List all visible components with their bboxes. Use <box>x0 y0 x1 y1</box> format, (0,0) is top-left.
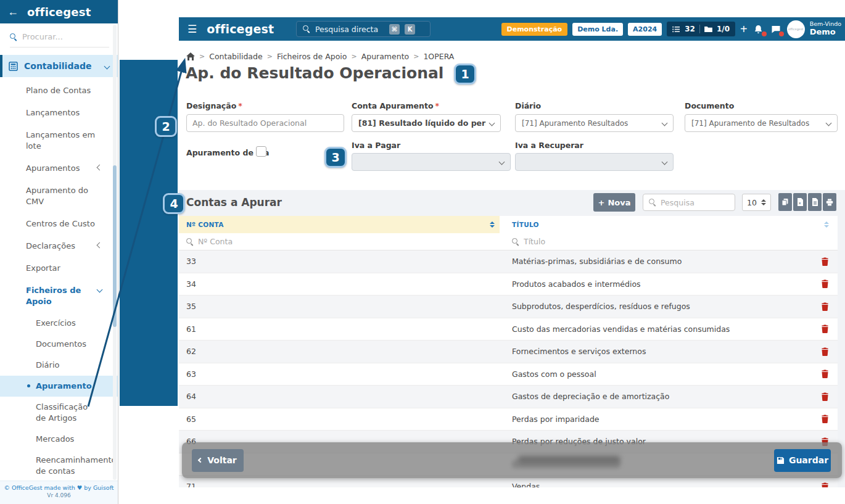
page-size-select[interactable]: 10 <box>742 194 771 211</box>
sidebar-item-reencaminhamento-de-contas[interactable]: Reencaminhamento de contas <box>0 450 118 482</box>
chevron-left-icon <box>198 458 203 463</box>
chevron-left-icon <box>97 242 103 249</box>
sidebar-footer-credit: © OfficeGest made with ♥ by Guisoft <box>0 484 118 491</box>
tasks-count: 32 <box>685 25 695 33</box>
sidebar-item-apuramento-do-cmv[interactable]: Apuramento do CMV <box>0 180 118 213</box>
menu-hamburger-icon[interactable]: ☰ <box>188 23 197 36</box>
guardar-button[interactable]: Guardar <box>774 449 831 472</box>
company-badge[interactable]: Demo Lda. <box>572 23 623 36</box>
delete-row-button[interactable] <box>821 324 838 333</box>
table-search[interactable] <box>643 194 735 211</box>
sidebar-item-apuramentos[interactable]: Apuramentos <box>0 157 118 180</box>
delete-row-button[interactable] <box>821 392 838 401</box>
sidebar-scrollbar[interactable] <box>113 25 117 480</box>
sidebar-item-label: Lançamentos <box>26 108 80 117</box>
designacao-input[interactable] <box>186 114 344 132</box>
sidebar-search[interactable] <box>10 32 109 48</box>
global-search[interactable]: ⌘ K <box>296 21 431 37</box>
breadcrumb: >Contabilidade>Ficheiros de Apoio>Apuram… <box>186 52 454 61</box>
sidebar-logo: officegest <box>27 6 91 19</box>
topbar-logo: officegest <box>207 22 274 36</box>
sidebar-item-declaracoes[interactable]: Declarações <box>0 235 118 257</box>
user-avatar[interactable]: officegest <box>787 20 805 38</box>
conta-apuramento-select[interactable]: [81] Resultado líquido do período <box>352 114 501 132</box>
action-bar: Voltar Guardar <box>182 442 842 478</box>
search-icon <box>649 199 656 206</box>
filter-titulo-input[interactable] <box>524 237 635 246</box>
sidebar-item-documentos[interactable]: Documentos <box>0 334 118 355</box>
sidebar-item-ficheiros-de-apoio[interactable]: Ficheiros de Apoio <box>0 279 118 313</box>
filter-conta <box>179 233 500 250</box>
breadcrumb-item[interactable]: 1OPERA <box>423 52 454 61</box>
breadcrumb-item[interactable]: Ficheiros de Apoio <box>277 52 347 61</box>
delete-row-button[interactable] <box>821 415 838 423</box>
delete-row-button[interactable] <box>821 279 838 288</box>
table-row: 33Matérias-primas, subsidiárias e de con… <box>179 250 838 273</box>
page: ← officegest Contabilidade Plano de Cont… <box>0 0 845 504</box>
sidebar-footer: © OfficeGest made with ♥ by Guisoft Vr 4… <box>0 481 118 504</box>
nova-button[interactable]: +Nova <box>593 193 635 212</box>
sidebar-item-label: Apuramento do CMV <box>26 186 88 206</box>
iva-recuperar-select[interactable] <box>515 153 674 171</box>
table-row: 63Gastos com o pessoal <box>179 363 838 386</box>
sidebar-search-input[interactable] <box>22 32 96 41</box>
pill-divider <box>699 25 700 33</box>
year-badge[interactable]: A2024 <box>628 23 662 36</box>
welcome-block[interactable]: Bem-Vindo Demo <box>810 21 841 37</box>
counters-pill[interactable]: 32 1/0 <box>667 22 735 36</box>
breadcrumb-item[interactable]: Contabilidade <box>209 52 262 61</box>
add-plus-button[interactable]: + <box>740 23 748 35</box>
spinner-arrows-icon <box>761 199 766 205</box>
documento-select[interactable]: [71] Apuramento de Resultados <box>685 114 838 132</box>
copy-button[interactable] <box>778 193 792 211</box>
sidebar-item-diario[interactable]: Diário <box>0 355 118 376</box>
apuramento-iva-checkbox[interactable] <box>256 146 266 157</box>
sidebar: ← officegest Contabilidade Plano de Cont… <box>0 0 118 504</box>
cell-conta: 33 <box>179 257 500 266</box>
table-row: 62Fornecimentos e serviços externos <box>179 341 838 363</box>
designacao-label: Designação* <box>186 101 242 110</box>
export-excel-button[interactable]: x <box>793 193 807 211</box>
avatar-logo-text: officegest <box>788 27 804 31</box>
sidebar-item-apuramento[interactable]: Apuramento <box>0 376 118 397</box>
breadcrumb-item[interactable]: Apuramento <box>361 52 410 61</box>
sidebar-item-contabilidade[interactable]: Contabilidade <box>0 55 118 77</box>
sidebar-item-exportar[interactable]: Exportar <box>0 257 118 279</box>
delete-row-button[interactable] <box>821 257 838 266</box>
home-icon[interactable] <box>186 52 195 60</box>
welcome-user-name: Demo <box>810 28 841 37</box>
sidebar-item-lancamentos[interactable]: Lançamentos <box>0 102 118 124</box>
delete-row-button[interactable] <box>821 482 838 487</box>
iva-pagar-select[interactable] <box>352 153 511 171</box>
notifications-bell-icon[interactable] <box>752 23 765 35</box>
delete-row-button[interactable] <box>821 302 838 311</box>
export-csv-button[interactable] <box>808 193 822 211</box>
sidebar-footer-version: Vr 4.096 <box>0 492 118 498</box>
column-header-conta[interactable]: Nº CONTA <box>179 216 500 233</box>
sidebar-item-label: Apuramentos <box>26 163 80 173</box>
sidebar-item-plano-de-contas[interactable]: Plano de Contas <box>0 80 118 102</box>
sidebar-item-exercicios[interactable]: Exercícios <box>0 313 118 334</box>
environment-badge: Demonstração <box>501 23 568 36</box>
filter-conta-input[interactable] <box>198 237 309 246</box>
voltar-button[interactable]: Voltar <box>192 449 244 472</box>
sidebar-item-mercados[interactable]: Mercados <box>0 429 118 450</box>
column-header-titulo[interactable]: TÍTULO <box>500 216 838 233</box>
sidebar-item-label: Diário <box>36 360 60 370</box>
sidebar-item-classificacao-de-artigos[interactable]: Classificação de Artigos <box>0 397 118 429</box>
table-search-input[interactable] <box>661 198 725 207</box>
diario-label: Diário <box>515 101 541 110</box>
sidebar-scrollbar-thumb[interactable] <box>113 165 117 327</box>
global-search-input[interactable] <box>315 25 384 34</box>
diario-select[interactable]: [71] Apuramento Resultados <box>515 114 674 132</box>
cell-titulo: Subprodutos, desperdícios, resíduos e re… <box>500 302 821 311</box>
messages-icon[interactable] <box>770 23 782 35</box>
back-arrow-icon[interactable]: ← <box>7 6 19 17</box>
delete-row-button[interactable] <box>821 370 838 378</box>
sidebar-item-lancamentos-em-lote[interactable]: Lançamentos em lote <box>0 124 118 157</box>
delete-row-button[interactable] <box>821 347 838 356</box>
print-button[interactable] <box>823 193 836 211</box>
sidebar-item-centros-de-custo[interactable]: Centros de Custo <box>0 213 118 235</box>
sidebar-item-label: Documentos <box>36 339 86 349</box>
sidebar-item-label: Apuramento <box>36 381 92 390</box>
